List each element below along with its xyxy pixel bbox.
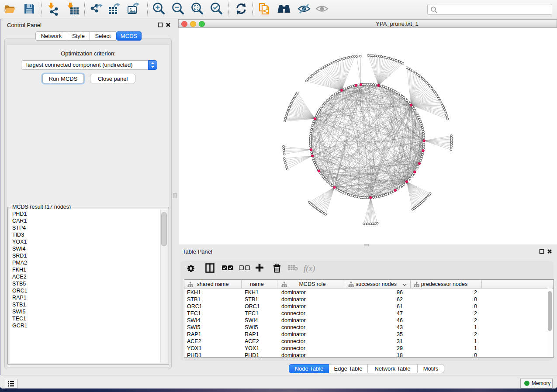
svg-text:f(x): f(x) — [304, 264, 315, 273]
